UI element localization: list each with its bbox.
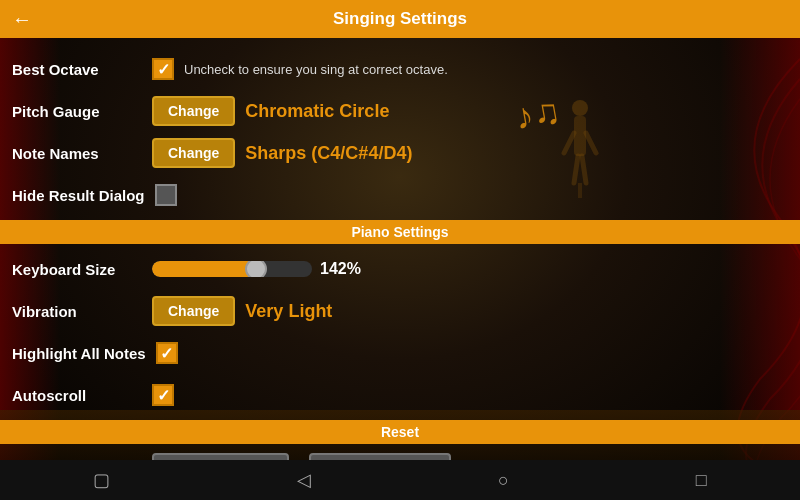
header-title: Singing Settings	[333, 9, 467, 29]
autoscroll-label: Autoscroll	[12, 387, 142, 404]
settings-content: Best Octave ✓ Uncheck to ensure you sing…	[0, 38, 800, 500]
nav-circle-icon[interactable]: ○	[498, 470, 509, 491]
nav-square-icon[interactable]: ▢	[93, 469, 110, 491]
reset-section-header: Reset	[0, 420, 800, 444]
pitch-gauge-label: Pitch Gauge	[12, 103, 142, 120]
best-octave-description: Uncheck to ensure you sing at correct oc…	[184, 62, 448, 77]
note-names-row: Note Names Change Sharps (C4/C#4/D4)	[12, 132, 788, 174]
best-octave-checkmark: ✓	[157, 60, 170, 79]
app-header: ← Singing Settings	[0, 0, 800, 38]
bottom-navigation: ▢ ◁ ○ □	[0, 460, 800, 500]
vibration-change-button[interactable]: Change	[152, 296, 235, 326]
highlight-all-notes-row: Highlight All Notes ✓	[12, 332, 788, 374]
vibration-value: Very Light	[245, 301, 332, 322]
highlight-all-notes-checkmark: ✓	[160, 344, 173, 363]
back-button[interactable]: ←	[12, 8, 32, 31]
note-names-change-button[interactable]: Change	[152, 138, 235, 168]
keyboard-size-slider-fill	[152, 261, 256, 277]
keyboard-size-slider-track[interactable]	[152, 261, 312, 277]
nav-square2-icon[interactable]: □	[696, 470, 707, 491]
best-octave-label: Best Octave	[12, 61, 142, 78]
pitch-gauge-value: Chromatic Circle	[245, 101, 389, 122]
note-names-label: Note Names	[12, 145, 142, 162]
autoscroll-checkbox[interactable]: ✓	[152, 384, 174, 406]
keyboard-size-value: 142%	[320, 260, 361, 278]
autoscroll-row: Autoscroll ✓	[12, 374, 788, 416]
keyboard-size-label: Keyboard Size	[12, 261, 142, 278]
hide-result-dialog-checkbox[interactable]	[155, 184, 177, 206]
main-content: ♪♫ Best Octave ✓ Uncheck to ensure you s…	[0, 38, 800, 500]
highlight-all-notes-checkbox[interactable]: ✓	[156, 342, 178, 364]
hide-result-dialog-row: Hide Result Dialog	[12, 174, 788, 216]
pitch-gauge-change-button[interactable]: Change	[152, 96, 235, 126]
vibration-label: Vibration	[12, 303, 142, 320]
highlight-all-notes-label: Highlight All Notes	[12, 345, 146, 362]
piano-settings-section-header: Piano Settings	[0, 220, 800, 244]
best-octave-checkbox[interactable]: ✓	[152, 58, 174, 80]
pitch-gauge-row: Pitch Gauge Change Chromatic Circle	[12, 90, 788, 132]
autoscroll-checkmark: ✓	[157, 386, 170, 405]
keyboard-size-row: Keyboard Size 142%	[12, 248, 788, 290]
nav-back-icon[interactable]: ◁	[297, 469, 311, 491]
keyboard-size-slider-thumb[interactable]	[245, 261, 267, 277]
vibration-row: Vibration Change Very Light	[12, 290, 788, 332]
note-names-value: Sharps (C4/C#4/D4)	[245, 143, 412, 164]
best-octave-row: Best Octave ✓ Uncheck to ensure you sing…	[12, 48, 788, 90]
keyboard-size-slider-container: 142%	[152, 260, 361, 278]
hide-result-dialog-label: Hide Result Dialog	[12, 187, 145, 204]
